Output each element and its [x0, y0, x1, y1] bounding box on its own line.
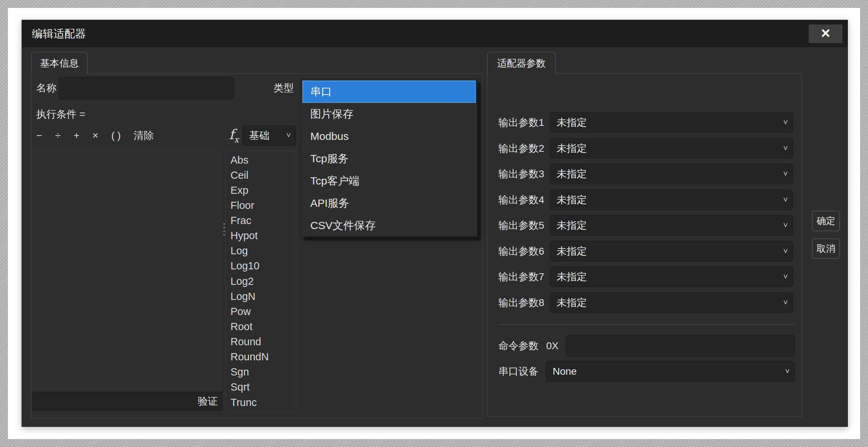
output-param-value: 未指定 [557, 296, 587, 310]
output-param-value: 未指定 [557, 270, 587, 284]
command-param-label: 命令参数 [498, 335, 539, 357]
operator-toolbar: − ÷ + × ( ) 清除 [36, 126, 154, 146]
function-item[interactable]: Sgn [225, 365, 296, 380]
operator-parentheses-button[interactable]: ( ) [111, 130, 120, 141]
function-item[interactable]: Log10 [225, 259, 296, 274]
output-param-select[interactable]: 未指定 ˅ [550, 292, 793, 313]
output-param-value: 未指定 [557, 219, 587, 232]
chevron-down-icon: ˅ [783, 298, 788, 307]
chevron-down-icon: ˅ [783, 169, 788, 179]
function-item[interactable]: Exp [225, 183, 296, 198]
dialog-title: 编辑适配器 [32, 20, 86, 47]
window-background: 编辑适配器 × 基本信息 名称 类型 串口 图片保存 Modbus Tcp服务 … [8, 8, 860, 439]
tab-adapter-params[interactable]: 适配器参数 [487, 52, 556, 74]
function-item[interactable]: Trunc [225, 395, 296, 410]
operator-plus-button[interactable]: + [74, 130, 79, 141]
clear-button[interactable]: 清除 [134, 129, 154, 142]
name-input[interactable] [59, 77, 234, 99]
output-param-select[interactable]: 未指定 ˅ [550, 164, 793, 184]
validate-button[interactable]: 验证 [32, 392, 223, 411]
type-option[interactable]: Modbus [302, 125, 476, 147]
output-param-select[interactable]: 未指定 ˅ [550, 241, 793, 261]
serial-device-label: 串口设备 [498, 361, 539, 382]
function-item[interactable]: RoundN [225, 350, 296, 365]
section-divider [498, 324, 795, 325]
function-item[interactable]: Ceil [225, 168, 296, 183]
output-param-select[interactable]: 未指定 ˅ [550, 266, 793, 287]
chevron-down-icon: ˅ [286, 131, 291, 140]
function-item[interactable]: Log [225, 243, 296, 259]
tab-basic-info-label: 基本信息 [40, 57, 79, 70]
expression-editor[interactable] [32, 145, 223, 392]
command-param-input[interactable] [566, 335, 795, 357]
output-param-select[interactable]: 未指定 ˅ [550, 138, 793, 159]
operator-multiply-button[interactable]: × [92, 130, 98, 141]
function-item[interactable]: Round [225, 334, 296, 350]
output-param-label: 输出参数6 [498, 241, 544, 261]
output-param-value: 未指定 [557, 142, 587, 155]
operator-divide-button[interactable]: ÷ [55, 130, 60, 141]
output-param-label: 输出参数2 [498, 138, 544, 159]
function-category-select[interactable]: 基础 ˅ [242, 126, 296, 146]
type-label: 类型 [274, 77, 294, 99]
chevron-down-icon: ˅ [783, 247, 788, 256]
operator-minus-button[interactable]: − [36, 130, 42, 141]
ok-button[interactable]: 确定 [812, 211, 840, 231]
function-item[interactable]: Log2 [225, 274, 296, 289]
output-param-select[interactable]: 未指定 ˅ [550, 112, 793, 133]
function-item[interactable]: Root [225, 319, 296, 334]
tab-adapter-params-label: 适配器参数 [497, 57, 546, 70]
type-option[interactable]: Tcp客户端 [302, 170, 476, 192]
type-option[interactable]: API服务 [302, 192, 476, 214]
output-param-value: 未指定 [557, 167, 587, 181]
function-item[interactable]: LogN [225, 289, 296, 304]
chevron-down-icon: ˅ [783, 272, 788, 282]
cancel-button[interactable]: 取消 [812, 238, 840, 259]
output-param-label: 输出参数3 [498, 164, 544, 184]
edit-adapter-dialog: 编辑适配器 × 基本信息 名称 类型 串口 图片保存 Modbus Tcp服务 … [22, 20, 848, 427]
close-button[interactable]: × [809, 24, 842, 43]
function-item[interactable]: Abs [225, 152, 296, 168]
close-icon: × [821, 25, 830, 41]
output-param-label: 输出参数7 [498, 266, 544, 287]
serial-device-value: None [553, 366, 577, 377]
output-param-label: 输出参数4 [498, 190, 544, 210]
output-param-select[interactable]: 未指定 ˅ [550, 215, 793, 236]
chevron-down-icon: ˅ [783, 221, 788, 230]
chevron-down-icon: ˅ [785, 367, 790, 376]
function-list: Abs Ceil Exp Floor Frac Hypot Log Log10 … [225, 151, 296, 412]
type-option[interactable]: Tcp服务 [302, 147, 476, 170]
chevron-down-icon: ˅ [783, 118, 788, 127]
name-label: 名称 [36, 77, 56, 99]
titlebar: 编辑适配器 × [22, 20, 848, 47]
fx-function-icon: fx [229, 127, 239, 144]
function-item[interactable]: Sqrt [225, 380, 296, 395]
output-param-value: 未指定 [557, 193, 587, 207]
tab-basic-info[interactable]: 基本信息 [31, 52, 88, 74]
validate-label: 验证 [198, 394, 218, 408]
type-option[interactable]: 图片保存 [302, 103, 476, 125]
chevron-down-icon: ˅ [783, 144, 788, 153]
function-category-value: 基础 [249, 129, 269, 142]
serial-device-select[interactable]: None ˅ [546, 361, 795, 382]
command-prefix-label: 0X [546, 335, 558, 357]
output-param-label: 输出参数8 [498, 292, 544, 313]
type-dropdown-list: 串口 图片保存 Modbus Tcp服务 Tcp客户端 API服务 CSV文件保… [301, 79, 478, 237]
output-param-label: 输出参数1 [498, 112, 544, 133]
function-item[interactable]: Hypot [225, 228, 296, 243]
function-item[interactable]: Pow [225, 304, 296, 319]
output-param-value: 未指定 [557, 116, 587, 129]
type-option[interactable]: CSV文件保存 [302, 214, 476, 237]
desktop-frame: 编辑适配器 × 基本信息 名称 类型 串口 图片保存 Modbus Tcp服务 … [0, 0, 868, 447]
function-item[interactable]: Floor [225, 198, 296, 213]
chevron-down-icon: ˅ [783, 195, 788, 205]
condition-label: 执行条件 = [36, 108, 85, 121]
output-param-select[interactable]: 未指定 ˅ [550, 190, 793, 210]
type-option[interactable]: 串口 [302, 81, 476, 103]
function-item[interactable]: Frac [225, 213, 296, 228]
output-param-label: 输出参数5 [498, 215, 544, 236]
output-param-value: 未指定 [557, 245, 587, 258]
